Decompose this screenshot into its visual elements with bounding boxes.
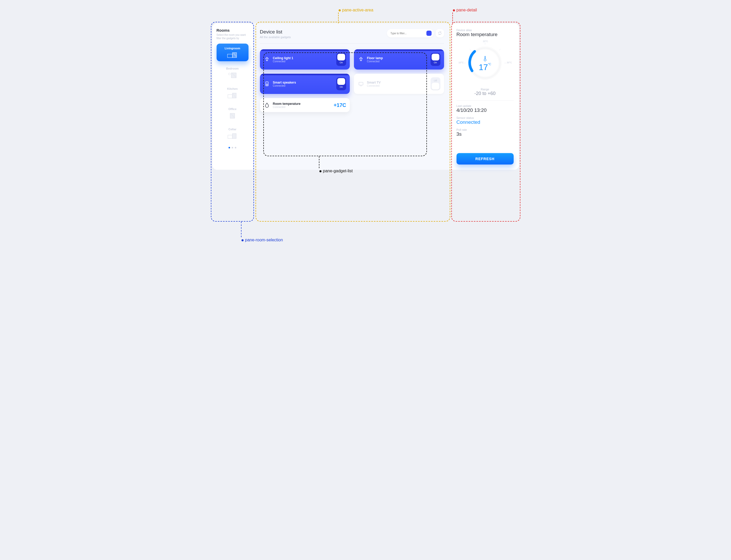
room-label: Bedroom — [219, 67, 246, 70]
pane-room-selection: Rooms Select the room you want filter th… — [212, 23, 253, 170]
svg-point-5 — [228, 73, 230, 75]
lamp-icon — [263, 56, 270, 63]
toggle-state: On — [340, 86, 343, 88]
gadget-room-temperature[interactable]: Room temperature Connected +17C — [260, 98, 350, 112]
gauge-tick-right: 30°C — [507, 61, 512, 64]
gadget-name: Room temperature — [273, 102, 331, 106]
range-value: -20 to +60 — [475, 91, 496, 96]
svg-point-18 — [267, 83, 267, 83]
room-label: Livingroom — [219, 47, 246, 50]
poll-rate-label: Poll rate — [457, 128, 514, 131]
annotation-detail-label: pane-detail — [457, 8, 477, 12]
sensor-reading: +17C — [334, 102, 346, 108]
gadget-name: Ceiling light 1 — [273, 56, 334, 60]
sidebar-subtitle: Select the room you want filter the gadg… — [216, 33, 248, 40]
annotation-room-selection-label: pane-room-selection — [245, 238, 283, 242]
svg-rect-15 — [228, 135, 232, 139]
speaker-icon — [263, 80, 270, 87]
room-label: Kitchen — [219, 87, 246, 90]
svg-line-24 — [499, 49, 501, 50]
gadget-status: Connected — [367, 60, 428, 63]
room-icon — [219, 72, 246, 79]
gauge-tick-left: 10°C — [459, 61, 464, 64]
svg-rect-20 — [359, 82, 363, 85]
gadget-status: Connected — [273, 106, 331, 108]
room-icon — [219, 112, 246, 120]
gadget-toggle[interactable]: On — [336, 77, 346, 90]
device-list-title: Device list — [260, 29, 291, 35]
gauge-value: 17 — [479, 63, 488, 72]
device-list-subtitle: All the available gadgets — [260, 36, 291, 39]
room-label: Cellar — [219, 128, 246, 131]
drop-icon — [263, 102, 270, 108]
room-cellar[interactable]: Cellar — [216, 125, 248, 142]
gadget-status: Connected — [273, 60, 334, 63]
poll-rate-value: 3s — [457, 131, 514, 137]
temperature-gauge: 20°C 10°C 30°C 17°C — [459, 41, 511, 85]
gadget-name: Floor lamp — [367, 56, 428, 60]
room-icon — [219, 92, 246, 100]
sensor-status-value: Connected — [457, 119, 514, 125]
gadget-toggle[interactable]: Off — [431, 77, 441, 90]
thermometer-icon — [479, 56, 491, 63]
device-alias: Room temperature — [457, 32, 514, 37]
annotation-active-area-label: pane-active-area — [342, 8, 374, 12]
svg-rect-9 — [228, 95, 232, 98]
last-update-label: Last update — [457, 104, 514, 107]
toggle-state: Off — [434, 79, 437, 82]
gauge-tick-top: 20°C — [483, 40, 488, 43]
app-card: Rooms Select the room you want filter th… — [212, 23, 519, 170]
gadget-smart-speakers[interactable]: Smart speakers Connected On — [260, 74, 350, 94]
room-bedroom[interactable]: Bedroom — [216, 64, 248, 81]
room-icon — [219, 132, 246, 140]
search-box[interactable] — [387, 29, 434, 37]
pane-detail: Device alias Room temperature — [451, 23, 519, 170]
gadget-toggle[interactable]: On — [336, 53, 346, 66]
room-office[interactable]: Office — [216, 104, 248, 122]
room-label: Office — [219, 107, 246, 111]
gadget-name: Smart TV — [367, 81, 428, 84]
last-update-value: 4/10/20 13:20 — [457, 107, 514, 113]
divider — [457, 100, 514, 101]
room-icon — [219, 51, 246, 59]
gadget-status: Connected — [367, 84, 428, 87]
refresh-button[interactable]: REFRESH — [457, 153, 514, 165]
room-kitchen[interactable]: Kitchen — [216, 84, 248, 102]
sensor-status-label: Sensor status — [457, 116, 514, 119]
gadget-floor-lamp[interactable]: Floor lamp Connected On — [354, 49, 444, 70]
toggle-state: On — [340, 61, 343, 64]
gauge-unit: °C — [488, 63, 491, 66]
pagination-dots[interactable] — [216, 147, 248, 148]
annotation-gadget-list-label: pane-gadget-list — [323, 169, 353, 173]
refresh-icon — [438, 31, 442, 35]
lamp-icon — [357, 56, 364, 63]
svg-rect-16 — [232, 134, 236, 139]
toggle-state: On — [434, 61, 437, 64]
pane-active-area: Device list All the available gadgets — [253, 23, 451, 170]
sidebar-title: Rooms — [216, 28, 248, 32]
svg-rect-0 — [227, 54, 232, 58]
room-livingroom[interactable]: Livingroom — [216, 44, 248, 61]
alias-label: Device alias — [457, 29, 514, 32]
gadget-name: Smart speakers — [273, 81, 334, 84]
gadget-smart-tv[interactable]: Smart TV Connected Off — [354, 74, 444, 94]
svg-point-19 — [266, 84, 267, 85]
refresh-list-button[interactable] — [436, 29, 444, 37]
pane-gadget-list: Ceiling light 1 Connected On Floor lamp … — [260, 49, 444, 112]
gadget-toggle[interactable]: On — [431, 53, 441, 66]
search-input[interactable] — [391, 32, 427, 35]
gadget-ceiling-light-1[interactable]: Ceiling light 1 Connected On — [260, 49, 350, 70]
gadget-status: Connected — [273, 84, 334, 87]
tv-icon — [357, 80, 364, 87]
search-submit-icon[interactable] — [427, 31, 432, 36]
range-label: Range — [457, 88, 514, 91]
svg-line-23 — [470, 49, 471, 50]
